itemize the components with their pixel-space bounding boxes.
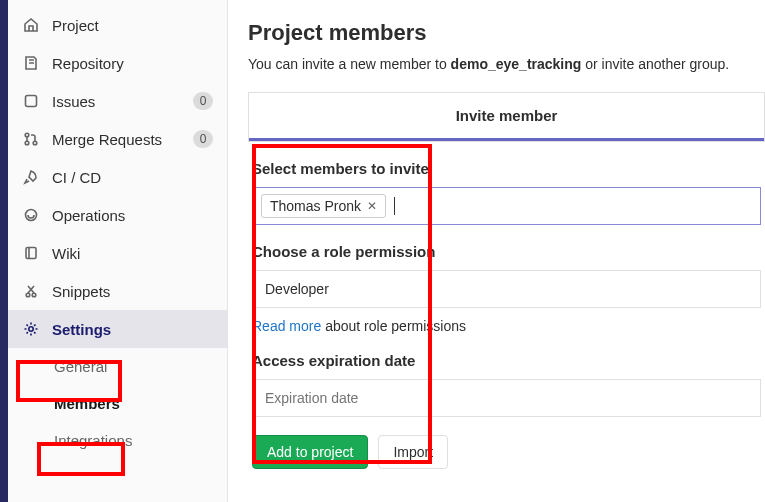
svg-point-1 — [25, 133, 29, 137]
nav-issues[interactable]: Issues 0 — [8, 82, 227, 120]
settings-members[interactable]: Members — [8, 385, 227, 422]
remove-token-icon[interactable]: ✕ — [367, 199, 377, 213]
issues-badge: 0 — [193, 92, 213, 110]
expiration-input[interactable] — [252, 379, 761, 417]
settings-general[interactable]: General — [8, 348, 227, 385]
text-cursor — [394, 197, 395, 215]
button-row: Add to project Import — [252, 435, 761, 469]
svg-point-7 — [32, 293, 36, 297]
add-to-project-button[interactable]: Add to project — [252, 435, 368, 469]
role-select[interactable]: Developer — [252, 270, 761, 308]
nav-label: Snippets — [52, 283, 213, 300]
merge-badge: 0 — [193, 130, 213, 148]
snippets-icon — [22, 282, 40, 300]
import-button[interactable]: Import — [378, 435, 448, 469]
nav-label: Merge Requests — [52, 131, 193, 148]
svg-point-8 — [29, 327, 33, 331]
gear-icon — [22, 320, 40, 338]
intro-text: You can invite a new member to demo_eye_… — [248, 56, 765, 72]
tab-invite-member[interactable]: Invite member — [249, 93, 764, 141]
nav-label: Wiki — [52, 245, 213, 262]
page-title: Project members — [248, 20, 765, 46]
invite-form: Select members to invite Thomas Pronk ✕ … — [248, 142, 765, 469]
tab-bar: Invite member — [248, 92, 765, 142]
nav-operations[interactable]: Operations — [8, 196, 227, 234]
intro-pre: You can invite a new member to — [248, 56, 451, 72]
sidebar: Project Repository Issues 0 Merge Reques… — [8, 0, 228, 502]
nav-wiki[interactable]: Wiki — [8, 234, 227, 272]
nav-label: Operations — [52, 207, 213, 224]
members-input[interactable]: Thomas Pronk ✕ — [252, 187, 761, 225]
nav-snippets[interactable]: Snippets — [8, 272, 227, 310]
svg-rect-5 — [26, 248, 36, 259]
merge-request-icon — [22, 130, 40, 148]
home-icon — [22, 16, 40, 34]
role-help: Read more about role permissions — [252, 318, 761, 334]
main-content: Project members You can invite a new mem… — [228, 0, 765, 502]
repository-icon — [22, 54, 40, 72]
nav-settings[interactable]: Settings — [8, 310, 227, 348]
nav-project[interactable]: Project — [8, 6, 227, 44]
svg-point-2 — [25, 141, 29, 145]
svg-point-6 — [26, 293, 30, 297]
nav-label: Issues — [52, 93, 193, 110]
read-more-text: about role permissions — [321, 318, 466, 334]
nav-label: CI / CD — [52, 169, 213, 186]
svg-rect-0 — [26, 96, 37, 107]
nav-repository[interactable]: Repository — [8, 44, 227, 82]
member-token[interactable]: Thomas Pronk ✕ — [261, 194, 386, 218]
expiration-label: Access expiration date — [252, 352, 761, 369]
book-icon — [22, 244, 40, 262]
settings-integrations[interactable]: Integrations — [8, 422, 227, 459]
select-members-label: Select members to invite — [252, 160, 761, 177]
svg-point-4 — [26, 210, 37, 221]
operations-icon — [22, 206, 40, 224]
nav-label: Settings — [52, 321, 213, 338]
member-token-name: Thomas Pronk — [270, 198, 361, 214]
intro-project: demo_eye_tracking — [451, 56, 582, 72]
issues-icon — [22, 92, 40, 110]
svg-point-3 — [33, 141, 37, 145]
intro-post: or invite another group. — [581, 56, 729, 72]
nav-label: Repository — [52, 55, 213, 72]
nav-label: Project — [52, 17, 213, 34]
rocket-icon — [22, 168, 40, 186]
dark-edge — [0, 0, 8, 502]
nav-cicd[interactable]: CI / CD — [8, 158, 227, 196]
role-label: Choose a role permission — [252, 243, 761, 260]
nav-merge-requests[interactable]: Merge Requests 0 — [8, 120, 227, 158]
read-more-link[interactable]: Read more — [252, 318, 321, 334]
